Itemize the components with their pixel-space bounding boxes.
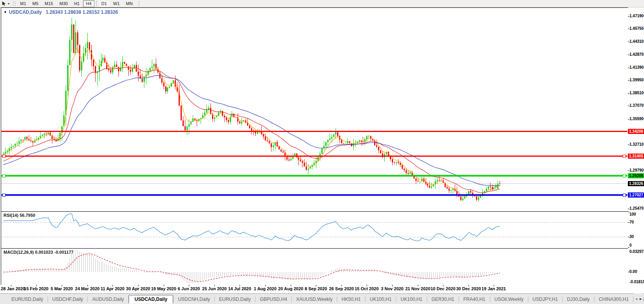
tab-uk100-h1[interactable]: UK100,H1: [365, 295, 396, 304]
macd-canvas[interactable]: [1, 249, 627, 284]
price-line-label[interactable]: 1.34206: [628, 129, 644, 134]
rsi-axis-tick: 0: [629, 243, 632, 247]
x-axis-label: 15 Oct 2020: [354, 286, 378, 291]
x-axis-label: 30 Dec 2020: [456, 286, 481, 291]
y-axis-tick: 1.44310: [629, 39, 644, 44]
rsi-canvas[interactable]: [1, 212, 627, 247]
cursor-tool-button[interactable]: ▾: [0, 0, 11, 7]
tab-eurusd-daily[interactable]: EURUSD,Daily: [7, 295, 48, 304]
tab-audusd-daily[interactable]: AUDUSD,Daily: [88, 295, 128, 304]
main-chart-pane[interactable]: ▼ USDCAD,Daily 1.28343 1.28638 1.28152 1…: [1, 7, 629, 212]
tab-china300-h1[interactable]: CHINA300,H1: [594, 295, 633, 304]
price-line-label[interactable]: 1.31405: [628, 154, 644, 159]
tab-xauusd-weekly[interactable]: XAUUSD,Weekly: [292, 295, 337, 304]
x-axis-label: 20 Aug 2020: [278, 286, 303, 291]
x-axis-label: 25 Jun 2020: [202, 286, 227, 291]
tab-uk100-h1[interactable]: UK100,H1: [396, 295, 426, 304]
x-axis-label: 30 Apr 2020: [126, 286, 150, 291]
pointer-cursor-icon: [2, 1, 7, 6]
y-axis-tick: 1.37070: [629, 103, 644, 108]
rsi-axis-tick: 100: [629, 212, 636, 216]
x-axis-label: 14 Jul 2020: [228, 286, 251, 291]
chart-title: ▼ USDCAD,Daily 1.28343 1.28638 1.28152 1…: [4, 9, 118, 15]
y-axis-tick: 1.41390: [629, 65, 644, 70]
rsi-indicator-pane[interactable]: RSI(14) 56.7950: [1, 211, 629, 249]
toolbar-separator: [96, 1, 97, 6]
rsi-axis-tick-dash: [628, 247, 629, 248]
tab-usdcad-daily[interactable]: USDCAD,Daily: [129, 295, 173, 304]
x-axis-label: 8 Sep 2020: [305, 286, 327, 291]
x-axis-label: 15 Feb 2020: [24, 286, 48, 291]
timeframe-button-d1[interactable]: D1: [99, 0, 110, 7]
x-axis-label: 21 Nov 2020: [405, 286, 430, 291]
collapse-triangle-icon[interactable]: ▼: [4, 10, 7, 14]
x-axis-label: 6 Jun 2020: [178, 286, 200, 291]
x-axis-label: 19 Jan 2021: [482, 286, 506, 291]
x-axis-label: 28 Jan 2020: [1, 286, 25, 291]
tab-usoil-weekly[interactable]: USOil,Weekly: [490, 295, 528, 304]
y-axis-tick: 1.42870: [629, 52, 644, 57]
chart-tab-bar: EURUSD,DailyUSDCHF,DailyAUDUSD,DailyUSDC…: [0, 293, 644, 304]
timeframe-toolbar: ▾ M1M5M15M30H1H4D1W1MN: [0, 0, 644, 7]
timeframe-button-h1[interactable]: H1: [71, 0, 82, 7]
scroll-left-icon[interactable]: ◂: [635, 297, 637, 301]
timeframe-button-m30[interactable]: M30: [57, 0, 70, 7]
scroll-right-icon[interactable]: ▸: [640, 297, 642, 301]
timeframe-button-w1[interactable]: W1: [111, 0, 123, 7]
chart-symbol-label: USDCAD,Daily: [9, 9, 42, 15]
price-line-label[interactable]: 1.27027: [628, 192, 644, 198]
timeframe-buttons: M1M5M15M30H1H4D1W1MN: [17, 0, 141, 7]
y-axis-tick: 1.45750: [629, 26, 644, 31]
timeframe-button-h4[interactable]: H4: [83, 0, 94, 7]
tab-usdcnh-daily[interactable]: USDCNH,Daily: [173, 295, 214, 304]
macd-axis-max: 0.032972: [629, 249, 644, 254]
trading-terminal-window: ▾ M1M5M15M30H1H4D1W1MN ▼ USDCAD,Daily 1.…: [0, 0, 644, 304]
tab-eurusd-daily[interactable]: EURUSD,Daily: [215, 295, 255, 304]
rsi-axis-tick: 70: [629, 220, 634, 224]
x-axis-label: 10 Dec 2020: [431, 286, 456, 291]
x-axis-label: 19 May 2020: [151, 286, 176, 291]
tab-hk50-h1[interactable]: HK50,H1: [337, 295, 365, 304]
timeframe-button-m15[interactable]: M15: [42, 0, 56, 7]
tab-scroll-arrows: ◂ ▸: [634, 293, 643, 304]
x-axis-label: 26 Sep 2020: [329, 286, 354, 291]
tab-gbpusd-h4[interactable]: GBPUSD,H4: [255, 295, 291, 304]
y-axis-tick: 1.38510: [629, 91, 644, 95]
tab-fra40-h1[interactable]: FRA40,H1: [459, 295, 490, 304]
timeframe-button-m1[interactable]: M1: [17, 0, 29, 7]
y-axis-tick: 1.25470: [629, 206, 644, 211]
x-axis-label: 24 Mar 2020: [75, 286, 100, 291]
x-axis-label: 5 Mar 2020: [51, 286, 73, 291]
tab-usdjpy-h1[interactable]: USDJPY,H1: [528, 295, 562, 304]
price-line-label[interactable]: 1.29208: [628, 173, 644, 178]
chevron-down-icon[interactable]: ▾: [8, 2, 9, 5]
main-chart-canvas[interactable]: [1, 8, 627, 211]
macd-indicator-pane[interactable]: MACD(12,26,9) 0.001023 -0.001177: [1, 248, 629, 286]
y-axis-tick: 1.32710: [629, 142, 644, 147]
rsi-axis-tick: 30: [629, 234, 634, 239]
tab-ger30-h1[interactable]: GER30,H1: [427, 295, 459, 304]
y-axis-tick: 1.39950: [629, 78, 644, 82]
toolbar-grip-handle[interactable]: [13, 1, 15, 6]
tab-dj30-daily[interactable]: DJ30,Daily: [563, 295, 594, 304]
current-price-label: 1.28326: [628, 181, 644, 186]
y-axis-tick: 1.35590: [629, 117, 644, 121]
y-axis-tick: 1.29790: [629, 168, 644, 172]
date-axis[interactable]: 28 Jan 202015 Feb 20205 Mar 202024 Mar 2…: [0, 285, 644, 293]
y-axis-tick: 1.47190: [629, 14, 644, 18]
macd-axis-min: -0.018154: [629, 280, 644, 284]
macd-axis-zero: 0.00: [629, 269, 637, 274]
x-axis-label: 11 Apr 2020: [101, 286, 125, 291]
x-axis-label: 1 Aug 2020: [254, 286, 277, 291]
tab-usdchf-daily[interactable]: USDCHF,Daily: [48, 295, 88, 304]
rsi-label: RSI(14) 56.7950: [4, 213, 35, 218]
chart-ohlc-values: 1.28343 1.28638 1.28152 1.28326: [46, 9, 118, 15]
macd-label: MACD(12,26,9) 0.001023 -0.001177: [4, 250, 74, 255]
timeframe-button-m5[interactable]: M5: [30, 0, 41, 7]
timeframe-button-mn[interactable]: MN: [123, 0, 135, 7]
x-axis-label: 3 Nov 2020: [381, 286, 403, 291]
toolbar-separator: [139, 1, 139, 6]
price-axis[interactable]: 1.471901.457501.443101.428701.413901.399…: [628, 7, 644, 285]
